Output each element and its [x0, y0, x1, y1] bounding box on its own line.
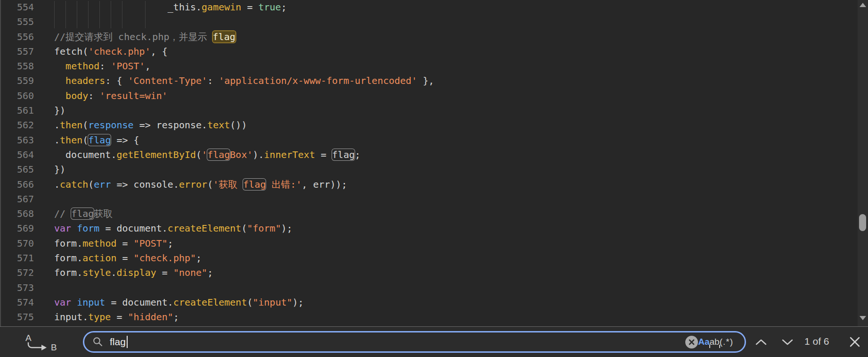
line-number: 568	[0, 207, 34, 221]
a-to-b-arrow-icon: A B	[24, 333, 64, 351]
code-line[interactable]: 571form.action = "check.php";	[0, 251, 868, 266]
whole-word-toggle[interactable]: ab	[710, 337, 720, 347]
code-token: var	[54, 297, 71, 308]
code-token: =	[116, 252, 133, 264]
code-token: })	[54, 105, 65, 116]
code-token: "none"	[173, 267, 207, 278]
code-token: getElementById	[116, 149, 196, 160]
code-token: ,	[145, 60, 151, 72]
code-token: =	[116, 238, 133, 249]
line-number: 572	[0, 266, 34, 280]
code-line[interactable]: 574var input = document.createElement("i…	[0, 295, 868, 310]
code-token: //	[54, 208, 71, 219]
code-token: = document.	[99, 223, 168, 234]
code-token: ;	[173, 311, 179, 323]
code-token: ())	[230, 119, 247, 131]
code-token: (	[241, 223, 247, 234]
line-number: 559	[0, 74, 34, 88]
code-text: var form = document.createElement("form"…	[54, 221, 292, 236]
scrollbar-thumb[interactable]	[859, 214, 866, 231]
code-token: : {	[105, 75, 128, 86]
code-line[interactable]: 558 method: 'POST',	[0, 59, 868, 74]
code-token: =	[315, 149, 332, 160]
scroll-up-arrow-icon[interactable]	[860, 3, 866, 7]
line-number: 571	[0, 251, 34, 266]
code-token: method	[65, 60, 99, 72]
code-token: (	[88, 179, 94, 190]
code-token: (	[82, 134, 88, 146]
regex-toggle[interactable]: (.*)	[720, 337, 733, 347]
code-line[interactable]: 561})	[0, 103, 868, 118]
svg-text:B: B	[51, 342, 57, 351]
code-line[interactable]: 563.then(flag => {	[0, 133, 868, 148]
code-token: (	[207, 179, 213, 190]
close-icon	[688, 339, 695, 346]
code-line[interactable]: 570form.method = "POST";	[0, 236, 868, 251]
line-number: 567	[0, 192, 34, 207]
code-token	[54, 60, 65, 72]
svg-text:A: A	[25, 333, 32, 343]
code-token: (	[247, 297, 252, 308]
code-line[interactable]: 560 body: 'result=win'	[0, 89, 868, 103]
code-line[interactable]: 569var form = document.createElement("fo…	[0, 221, 868, 236]
toggle-replace-mode-button[interactable]: A B	[24, 333, 64, 351]
code-line[interactable]: 572form.style.display = "none";	[0, 266, 868, 280]
code-line[interactable]: 566.catch(err => console.error('获取 flag …	[0, 177, 868, 192]
code-token: .	[111, 267, 116, 278]
code-line[interactable]: 573	[0, 281, 868, 295]
code-token: ).	[252, 149, 264, 160]
code-token: "form"	[247, 223, 281, 234]
code-token: input	[77, 297, 105, 308]
results-count: 1 of 6	[804, 336, 829, 347]
close-find-bar-button[interactable]	[849, 336, 861, 349]
code-token: :	[207, 75, 219, 86]
code-token: //提交请求到 check.php，并显示	[54, 31, 213, 42]
code-line[interactable]: 559 headers: { 'Content-Type': 'applicat…	[0, 74, 868, 88]
code-text: input.type = "hidden";	[54, 310, 179, 324]
code-line[interactable]: 575input.type = "hidden";	[0, 310, 868, 324]
code-line[interactable]: 565})	[0, 162, 868, 177]
code-line[interactable]: 557fetch('check.php', {	[0, 44, 868, 59]
code-token: (	[196, 149, 202, 160]
code-line[interactable]: 556//提交请求到 check.php，并显示 flag	[0, 30, 868, 44]
code-token: then	[60, 119, 82, 131]
find-previous-button[interactable]	[754, 338, 768, 348]
code-line[interactable]: 568// flag获取	[0, 207, 868, 221]
line-number: 562	[0, 118, 34, 133]
clear-search-button[interactable]	[685, 336, 698, 349]
code-token: },	[417, 75, 434, 86]
code-text: form.method = "POST";	[54, 236, 173, 251]
code-line[interactable]: 555	[0, 15, 868, 29]
search-input[interactable]: flag Aa ab (.*)	[83, 331, 746, 353]
match-case-toggle[interactable]: Aa	[698, 337, 709, 347]
code-text: var input = document.createElement("inpu…	[54, 295, 304, 310]
scrollbar[interactable]	[858, 0, 868, 326]
code-token: ;	[355, 149, 360, 160]
code-token: ;	[281, 1, 287, 13]
code-token: 'check.php'	[88, 46, 150, 57]
code-text: form.style.display = "none";	[54, 266, 213, 280]
chevron-up-icon	[754, 338, 768, 346]
code-token: 出错:'	[266, 179, 301, 190]
code-token: .	[54, 119, 60, 131]
code-line[interactable]: 562.then(response => response.text())	[0, 118, 868, 133]
code-text: .then(response => response.text())	[54, 118, 247, 133]
find-next-button[interactable]	[781, 338, 794, 348]
editor-pane[interactable]: 554 _this.gamewin = true;555556//提交请求到 c…	[0, 0, 868, 326]
code-token: form	[77, 223, 99, 234]
search-match: flag	[88, 134, 111, 146]
code-token: 'Content-Type'	[128, 75, 208, 86]
code-line[interactable]: 567	[0, 192, 868, 207]
code-token: })	[54, 164, 65, 175]
search-match: flag	[332, 149, 355, 160]
code-line[interactable]: 564 document.getElementById('flagBox').i…	[0, 148, 868, 162]
code-lines[interactable]: 554 _this.gamewin = true;555556//提交请求到 c…	[0, 0, 868, 326]
code-token: "input"	[252, 297, 292, 308]
code-line[interactable]: 554 _this.gamewin = true;	[0, 0, 868, 15]
code-text: //提交请求到 check.php，并显示 flag	[54, 30, 235, 44]
code-token: =	[111, 311, 128, 323]
code-token: input.	[54, 311, 88, 323]
code-token: "hidden"	[128, 311, 173, 323]
scroll-down-arrow-icon[interactable]	[860, 316, 866, 320]
code-token: );	[281, 223, 292, 234]
